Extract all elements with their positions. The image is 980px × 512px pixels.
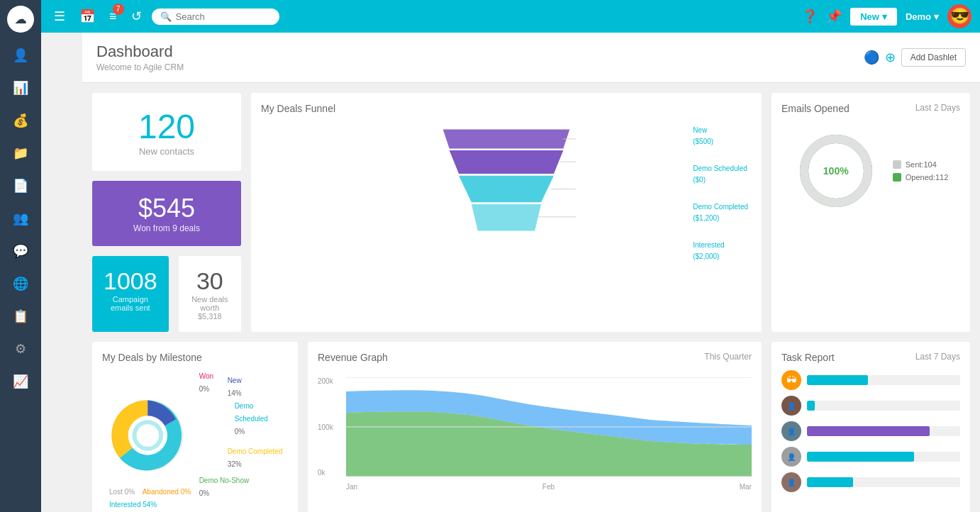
sidebar-item-reports[interactable]: 👥 bbox=[0, 203, 41, 234]
messages-icon: 💬 bbox=[13, 243, 28, 259]
x-jan: Jan bbox=[346, 483, 357, 491]
calendar-icon[interactable]: 📅 bbox=[75, 6, 99, 27]
opened-dot bbox=[893, 173, 901, 182]
chevron-down-icon: ▾ bbox=[934, 11, 939, 22]
revenue-svg bbox=[346, 377, 752, 477]
sidebar-item-documents[interactable]: 📄 bbox=[0, 170, 41, 201]
search-icon: 🔍 bbox=[160, 11, 172, 22]
task-report-period: Last 7 Days bbox=[915, 352, 960, 362]
sidebar: ☁ 👤 📊 💰 📁 📄 👥 💬 🌐 📋 ⚙ 📈 bbox=[0, 0, 41, 512]
chart-x-labels: Jan Feb Mar bbox=[346, 483, 752, 491]
companies-icon: 📊 bbox=[13, 80, 28, 96]
help-icon[interactable]: ❓ bbox=[802, 9, 818, 24]
task-avatar-2: 👤 bbox=[781, 396, 801, 416]
contacts-icon: 👤 bbox=[13, 48, 28, 63]
opened-label: Opened:112 bbox=[906, 173, 949, 182]
milestone-pie bbox=[102, 389, 194, 482]
global-icon: 🌐 bbox=[13, 276, 28, 291]
analytics-icon: 📈 bbox=[13, 374, 28, 389]
dashboard-grid: 120New contacts$545Won from 9 deals 1008… bbox=[82, 83, 980, 512]
milestone-labels: Won0% New14% Demo Scheduled0% Demo Compl… bbox=[199, 370, 288, 500]
chart-y-labels: 200k 100k 0k bbox=[318, 377, 343, 477]
x-mar: Mar bbox=[740, 483, 752, 491]
reports-icon: 👥 bbox=[13, 211, 28, 226]
task-avatar-1: 🕶 bbox=[781, 370, 801, 390]
chrome-icon: 🔵 bbox=[864, 50, 879, 65]
files-icon: 📋 bbox=[13, 308, 28, 324]
ml-interested: Interested 54% bbox=[109, 501, 157, 508]
legend-opened: Opened:112 bbox=[893, 173, 949, 182]
svg-marker-2 bbox=[459, 176, 554, 203]
funnel-label-new: New($500) bbox=[693, 125, 748, 148]
funnel-title: My Deals Funnel bbox=[261, 103, 752, 114]
task-row: 👤 bbox=[781, 421, 960, 441]
emails-card-header: Emails Opened Last 2 Days bbox=[781, 103, 960, 114]
stat-cards: 120New contacts$545Won from 9 deals 1008… bbox=[92, 93, 241, 332]
demo-button[interactable]: Demo ▾ bbox=[906, 11, 939, 22]
sidebar-item-deals[interactable]: 💰 bbox=[0, 105, 41, 136]
donut-legend: Sent:104 Opened:112 bbox=[893, 160, 949, 182]
chart-inner bbox=[346, 377, 752, 477]
donut-wrap: 100% bbox=[794, 128, 879, 213]
row-1: 120New contacts$545Won from 9 deals 1008… bbox=[92, 93, 970, 332]
task-row: 🕶 bbox=[781, 370, 960, 390]
ml-new: New14% bbox=[228, 374, 288, 400]
search-box[interactable]: 🔍 bbox=[152, 9, 279, 25]
row-2: My Deals by Milestone bbox=[92, 342, 970, 512]
page-title-group: Dashboard Welcome to Agile CRM bbox=[96, 43, 184, 72]
revenue-card: Revenue Graph This Quarter 200k 100k 0k bbox=[308, 342, 762, 512]
user-avatar[interactable]: 😎 bbox=[947, 4, 971, 28]
add-icon[interactable]: ⊕ bbox=[885, 50, 896, 65]
task-bar-wrap-3 bbox=[807, 426, 960, 436]
ml-demo-sched: Demo Scheduled0% bbox=[235, 400, 288, 438]
pin-icon[interactable]: 📌 bbox=[826, 9, 842, 24]
tasks-icon: 📁 bbox=[13, 145, 28, 161]
sidebar-item-analytics[interactable]: 📈 bbox=[0, 366, 41, 397]
task-avatar-5: 👤 bbox=[781, 472, 801, 492]
page-header: Dashboard Welcome to Agile CRM 🔵 ⊕ Add D… bbox=[82, 33, 980, 83]
funnel-label-interested: Interested($2,000) bbox=[693, 240, 748, 262]
sidebar-item-global[interactable]: 🌐 bbox=[0, 268, 41, 299]
svg-marker-1 bbox=[450, 150, 564, 174]
notifications-wrap[interactable]: ≡ 7 bbox=[105, 6, 121, 27]
add-dashlet-button[interactable]: Add Dashlet bbox=[901, 48, 966, 67]
task-row: 👤 bbox=[781, 396, 960, 416]
app-logo[interactable]: ☁ bbox=[7, 6, 34, 33]
search-input[interactable] bbox=[176, 11, 268, 22]
task-bar-4 bbox=[807, 452, 914, 462]
ml-abandoned: Abandoned 0% bbox=[143, 488, 191, 496]
sidebar-item-settings[interactable]: ⚙ bbox=[0, 333, 41, 364]
milestone-content: Won0% New14% Demo Scheduled0% Demo Compl… bbox=[102, 370, 288, 500]
page-subtitle: Welcome to Agile CRM bbox=[96, 62, 184, 72]
revenue-chart-area: 200k 100k 0k bbox=[318, 377, 752, 491]
main-content: Dashboard Welcome to Agile CRM 🔵 ⊕ Add D… bbox=[82, 33, 980, 512]
funnel-chart bbox=[418, 121, 595, 245]
chevron-down-icon: ▾ bbox=[882, 11, 887, 22]
task-row: 👤 bbox=[781, 472, 960, 492]
funnel-container: New($500) Demo Scheduled($0) Demo Comple… bbox=[261, 121, 752, 245]
sidebar-item-tasks[interactable]: 📁 bbox=[0, 138, 41, 169]
task-report-card: Task Report Last 7 Days 🕶 👤 bbox=[772, 342, 970, 512]
task-bar-1 bbox=[807, 375, 868, 385]
deals-icon: 💰 bbox=[13, 113, 28, 128]
ml-demo-noshow: Demo No-Show0% bbox=[199, 474, 288, 500]
sidebar-item-files[interactable]: 📋 bbox=[0, 301, 41, 332]
y-200k: 200k bbox=[318, 377, 343, 385]
task-report-header: Task Report Last 7 Days bbox=[781, 352, 960, 363]
ml-lost: Lost 0% bbox=[109, 488, 135, 496]
sent-dot bbox=[893, 160, 901, 169]
revenue-title: Revenue Graph bbox=[318, 352, 388, 363]
emails-opened-card: Emails Opened Last 2 Days 100% bbox=[772, 93, 970, 332]
sidebar-item-companies[interactable]: 📊 bbox=[0, 72, 41, 104]
menu-icon[interactable]: ☰ bbox=[50, 6, 69, 27]
deals-funnel-card: My Deals Funnel bbox=[251, 93, 762, 332]
sidebar-item-messages[interactable]: 💬 bbox=[0, 235, 41, 267]
task-bar-5 bbox=[807, 477, 853, 487]
new-button[interactable]: New ▾ bbox=[850, 8, 897, 26]
task-avatar-3: 👤 bbox=[781, 421, 801, 441]
revenue-period: This Quarter bbox=[704, 352, 752, 370]
sidebar-item-contacts[interactable]: 👤 bbox=[0, 40, 41, 71]
history-icon[interactable]: ↺ bbox=[127, 6, 146, 27]
donut-container: 100% Sent:104 Opened:112 bbox=[781, 121, 960, 221]
documents-icon: 📄 bbox=[13, 178, 28, 194]
